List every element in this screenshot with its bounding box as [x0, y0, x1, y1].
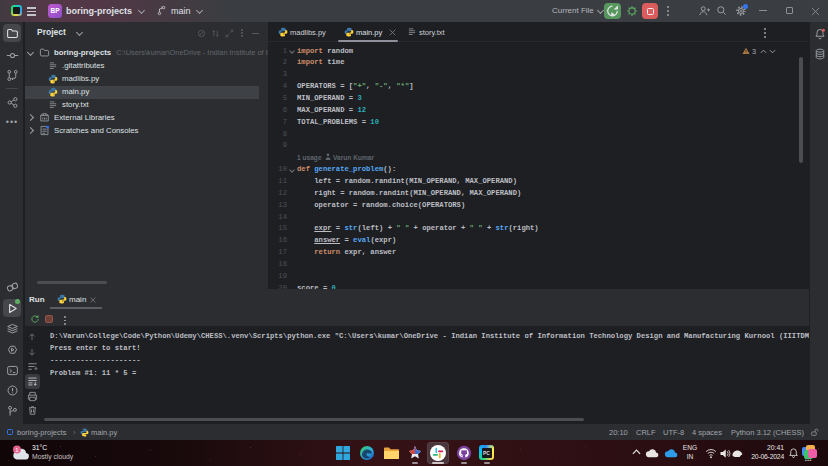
svg-text:1: 1: [15, 447, 18, 453]
